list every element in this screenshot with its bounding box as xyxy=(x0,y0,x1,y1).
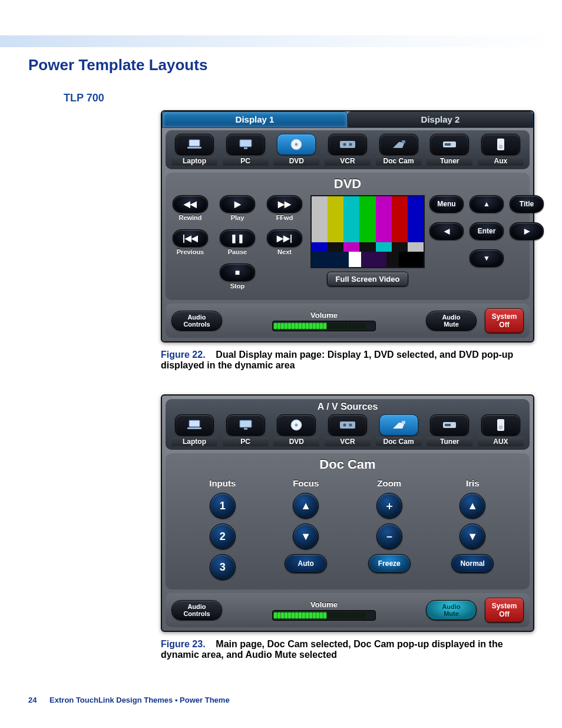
audio-mute-button-23[interactable]: Audio Mute xyxy=(426,600,477,620)
fig23-number: Figure 23. xyxy=(161,639,206,649)
focus-down-button[interactable]: ▼ xyxy=(293,523,319,549)
src23-laptop[interactable] xyxy=(175,414,214,436)
svg-rect-17 xyxy=(244,428,247,430)
src23-doccam-label: Doc Cam xyxy=(376,437,422,446)
panel-fig23: A / V Sources Laptop PC DVD VCR Doc Cam … xyxy=(161,394,534,632)
src-aux[interactable] xyxy=(481,134,520,155)
src-dvd-label: DVD xyxy=(273,156,319,166)
input-1-button[interactable]: 1 xyxy=(210,493,236,519)
focus-header: Focus xyxy=(293,478,319,488)
focus-up-button[interactable]: ▲ xyxy=(293,493,319,519)
play-button[interactable]: ▶ xyxy=(220,195,255,213)
fig22-text: Dual Display main page: Display 1, DVD s… xyxy=(161,350,513,370)
next-label: Next xyxy=(277,248,292,255)
iris-down-button[interactable]: ▼ xyxy=(459,523,485,549)
svg-rect-0 xyxy=(189,140,200,146)
src-laptop[interactable] xyxy=(175,134,214,155)
svg-rect-15 xyxy=(187,427,201,429)
input-2-button[interactable]: 2 xyxy=(210,523,236,549)
svg-rect-16 xyxy=(240,420,252,427)
src-vcr[interactable] xyxy=(328,134,367,155)
caption-fig23: Figure 23. Main page, Doc Cam selected, … xyxy=(161,639,532,660)
src-vcr-label: VCR xyxy=(325,156,371,166)
svg-rect-3 xyxy=(244,147,247,149)
monitor-icon xyxy=(238,419,253,431)
zoom-out-button[interactable]: － xyxy=(376,523,402,549)
src23-aux[interactable] xyxy=(481,414,520,436)
svg-point-19 xyxy=(295,424,298,427)
svg-rect-14 xyxy=(189,420,200,427)
volume-bar[interactable] xyxy=(272,321,376,331)
tab-display2[interactable]: Display 2 xyxy=(348,111,533,128)
focus-auto-button[interactable]: Auto xyxy=(285,554,327,573)
svg-rect-11 xyxy=(445,143,451,146)
cassette-icon xyxy=(339,420,356,430)
src-laptop-label: Laptop xyxy=(171,156,217,166)
src23-tuner[interactable] xyxy=(430,414,469,436)
freeze-button[interactable]: Freeze xyxy=(368,554,411,573)
src-pc-label: PC xyxy=(223,156,269,166)
next-button[interactable]: ▶▶| xyxy=(267,229,302,247)
nav-up-button[interactable]: ▲ xyxy=(470,195,504,213)
svg-rect-9 xyxy=(402,140,405,143)
ffwd-button[interactable]: ▶▶ xyxy=(267,195,302,213)
audio-mute-button[interactable]: Audio Mute xyxy=(426,311,477,331)
panel-fig22: Display 1 Display 2 Laptop PC DVD VCR Do… xyxy=(161,110,534,342)
src-pc[interactable] xyxy=(226,134,265,155)
src23-pc[interactable] xyxy=(226,414,265,436)
dvd-title: DVD xyxy=(169,176,526,192)
svg-rect-1 xyxy=(187,147,201,149)
system-off-button-23[interactable]: System Off xyxy=(485,598,524,622)
svg-rect-6 xyxy=(340,141,355,148)
rewind-button[interactable]: ◀◀ xyxy=(173,195,208,213)
src23-dvd[interactable] xyxy=(277,414,316,436)
enter-button[interactable]: Enter xyxy=(470,222,504,240)
src23-doccam[interactable] xyxy=(379,414,418,436)
iris-up-button[interactable]: ▲ xyxy=(459,493,485,519)
av-sources-header: A / V Sources xyxy=(168,401,527,412)
src23-pc-label: PC xyxy=(223,437,269,446)
pause-label: Pause xyxy=(228,248,247,255)
svg-rect-25 xyxy=(445,424,451,426)
pause-button[interactable]: ❚❚ xyxy=(220,229,255,247)
page-footer: 24 Extron TouchLink Design Themes • Powe… xyxy=(28,696,230,704)
monitor-icon xyxy=(238,139,253,150)
src23-tuner-label: Tuner xyxy=(427,437,472,446)
system-off-button[interactable]: System Off xyxy=(485,308,524,333)
audio-controls-button-23[interactable]: Audio Controls xyxy=(171,600,222,620)
zoom-in-button[interactable]: ＋ xyxy=(376,493,402,519)
tab-display1[interactable]: Display 1 xyxy=(162,111,348,128)
play-label: Play xyxy=(231,214,244,221)
zoom-header: Zoom xyxy=(377,478,401,488)
section-heading: Power Template Layouts xyxy=(28,56,534,74)
audio-controls-button[interactable]: Audio Controls xyxy=(171,311,222,331)
src-tuner[interactable] xyxy=(430,134,469,155)
src-doccam[interactable] xyxy=(379,134,418,155)
nav-right-button[interactable]: ▶ xyxy=(510,222,544,240)
tuner-icon xyxy=(441,139,458,150)
src-dvd[interactable] xyxy=(277,134,316,155)
smpte-preview xyxy=(310,195,425,268)
caption-fig22: Figure 22. Dual Display main page: Displ… xyxy=(161,350,532,371)
stop-button[interactable]: ■ xyxy=(220,263,255,281)
iris-normal-button[interactable]: Normal xyxy=(451,554,494,573)
rewind-label: Rewind xyxy=(178,214,201,221)
nav-down-button[interactable]: ▼ xyxy=(470,249,504,267)
nav-left-button[interactable]: ◀ xyxy=(429,222,464,240)
menu-button[interactable]: Menu xyxy=(429,195,464,213)
src23-vcr[interactable] xyxy=(328,414,367,436)
fullscreen-button[interactable]: Full Screen Video xyxy=(327,272,409,286)
input-3-button[interactable]: 3 xyxy=(210,554,236,580)
svg-point-13 xyxy=(498,145,503,149)
ipod-icon xyxy=(496,419,505,431)
disc-icon xyxy=(289,418,303,432)
svg-rect-20 xyxy=(340,421,355,429)
iris-header: Iris xyxy=(466,478,480,488)
previous-button[interactable]: |◀◀ xyxy=(173,229,208,247)
src-doccam-label: Doc Cam xyxy=(376,156,422,166)
fig23-text: Main page, Doc Cam selected, Doc Cam pop… xyxy=(161,639,503,660)
volume-bar-23[interactable] xyxy=(272,610,376,621)
doccam-icon xyxy=(391,139,407,150)
src-aux-label: Aux xyxy=(478,156,524,166)
title-button[interactable]: Title xyxy=(510,195,544,213)
